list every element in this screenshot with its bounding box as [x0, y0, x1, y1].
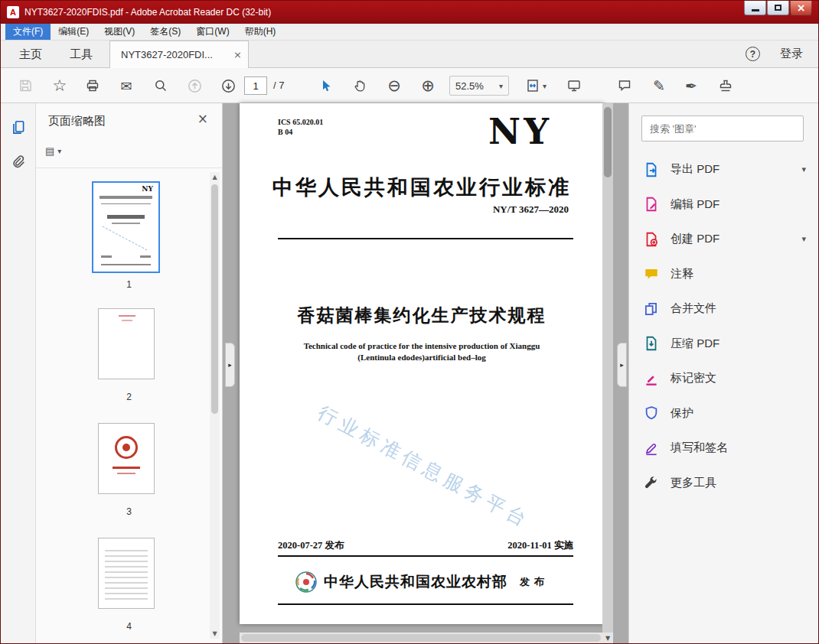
- tools-search-box: [641, 115, 804, 141]
- previous-page-button[interactable]: [181, 72, 207, 99]
- page-number-input[interactable]: [244, 76, 267, 95]
- thumbnails-panel: 页面缩略图 × ▤ ▾ NY 1 2: [36, 103, 223, 643]
- menu-view[interactable]: 视图(V): [96, 24, 142, 40]
- ics-code: ICS 65.020.01 B 04: [278, 117, 323, 137]
- hand-tool-button[interactable]: [347, 72, 373, 99]
- select-tool-button[interactable]: [313, 72, 339, 99]
- collapse-icon: ▸: [620, 361, 624, 369]
- document-canvas: ICS 65.020.01 B 04 NY 中华人民共和国农业行业标准 NY/T…: [223, 103, 628, 643]
- scrollbar-thumb[interactable]: [241, 634, 601, 642]
- tool-label: 合并文件: [671, 301, 716, 316]
- collapse-icon: ▸: [228, 361, 232, 369]
- collapse-left-panel-handle[interactable]: ▸: [225, 343, 235, 387]
- menu-window[interactable]: 窗口(W): [188, 24, 237, 40]
- thumbnail-page-2[interactable]: [98, 308, 155, 379]
- presentation-mode-button[interactable]: [561, 72, 587, 99]
- menu-file[interactable]: 文件(F): [5, 24, 51, 40]
- tab-close-icon[interactable]: ×: [233, 49, 242, 60]
- divider: [278, 603, 573, 605]
- panel-close-icon[interactable]: ×: [197, 111, 208, 126]
- print-button[interactable]: [80, 72, 106, 99]
- tool-export-pdf[interactable]: 导出 PDF ▾: [629, 152, 818, 187]
- menu-help[interactable]: 帮助(H): [237, 24, 284, 40]
- tool-label: 编辑 PDF: [671, 197, 719, 212]
- watermark-text: 行业标准信息服务平台: [314, 400, 535, 534]
- thumbnail-page-1[interactable]: NY: [92, 181, 160, 273]
- zoom-level-dropdown[interactable]: 52.5% ▾: [449, 76, 509, 96]
- tool-comment[interactable]: 注释: [629, 257, 818, 292]
- chevron-down-icon: ▾: [499, 82, 503, 90]
- tool-redact[interactable]: 标记密文: [629, 361, 818, 396]
- zoom-level-value: 52.5%: [455, 80, 484, 92]
- scrollbar-thumb[interactable]: [211, 184, 218, 414]
- highlight-tool-button[interactable]: ✎: [646, 72, 672, 99]
- star-button[interactable]: ☆: [47, 72, 73, 99]
- thumbnails-options-button[interactable]: ▤ ▾: [45, 141, 76, 160]
- page-thumbnails-rail-button[interactable]: [6, 115, 31, 140]
- page-up-icon: [187, 78, 203, 94]
- sign-in-button[interactable]: 登录: [780, 47, 803, 61]
- stamp-tool-button[interactable]: [713, 72, 739, 99]
- issuer-row: 中华人民共和国农业农村部 发布: [240, 568, 604, 596]
- tool-label: 更多工具: [671, 476, 716, 490]
- pages-icon: [10, 119, 27, 136]
- protect-shield-icon: [643, 405, 660, 421]
- maximize-icon: [775, 5, 781, 11]
- redact-icon: [643, 370, 660, 387]
- tool-fill-sign[interactable]: 填写和签名: [629, 431, 818, 466]
- thumbnails-scrollbar[interactable]: ▲ ▼: [210, 172, 220, 639]
- thumbnail-page-3[interactable]: [98, 423, 155, 494]
- find-button[interactable]: [148, 72, 174, 99]
- pen-nib-icon: ✒: [685, 77, 697, 94]
- document-horizontal-scrollbar[interactable]: [240, 633, 602, 643]
- zoom-out-button[interactable]: ⊖: [381, 72, 407, 99]
- close-button[interactable]: ×: [790, 1, 812, 15]
- issuer-suffix: 发布: [520, 575, 549, 589]
- chevron-down-icon[interactable]: ▾: [801, 164, 806, 174]
- zoom-in-button[interactable]: ⊕: [415, 72, 441, 99]
- fit-width-dropdown[interactable]: ▾: [518, 72, 553, 99]
- tab-document[interactable]: NYT3627-2020FDI... ×: [109, 41, 249, 68]
- compress-pdf-icon: [643, 335, 660, 352]
- tab-tools[interactable]: 工具: [59, 41, 103, 68]
- scroll-down-button[interactable]: ▼: [602, 633, 613, 643]
- tool-create-pdf[interactable]: 创建 PDF ▾: [629, 222, 818, 257]
- tools-search-input[interactable]: [642, 116, 803, 141]
- scroll-up-icon[interactable]: ▲: [210, 174, 220, 181]
- paperclip-icon: [10, 153, 27, 170]
- minimize-button[interactable]: [744, 1, 766, 15]
- comment-tool-button[interactable]: [612, 72, 638, 99]
- thumbnail-page-4[interactable]: [98, 538, 155, 609]
- next-page-button[interactable]: [215, 72, 241, 99]
- menu-sign[interactable]: 签名(S): [142, 24, 188, 40]
- tool-edit-pdf[interactable]: 编辑 PDF: [629, 187, 818, 223]
- thumbnails-panel-title: 页面缩略图: [36, 111, 222, 131]
- menu-edit[interactable]: 编辑(E): [51, 24, 96, 40]
- zoom-out-icon: ⊖: [387, 76, 401, 95]
- zoom-in-icon: ⊕: [421, 76, 435, 95]
- page-total-label: / 7: [273, 80, 284, 91]
- collapse-right-panel-handle[interactable]: ▸: [617, 343, 627, 387]
- scroll-down-icon[interactable]: ▼: [210, 630, 220, 637]
- tools-panel: 导出 PDF ▾ 编辑 PDF 创建 PDF ▾: [628, 103, 818, 643]
- tool-protect[interactable]: 保护: [629, 396, 818, 431]
- tool-combine-files[interactable]: 合并文件: [629, 291, 818, 327]
- tool-label: 注释: [671, 267, 693, 281]
- document-vertical-scrollbar[interactable]: [602, 103, 613, 633]
- fill-sign-pen-icon: [643, 440, 660, 457]
- page-down-icon: [220, 78, 237, 94]
- email-button[interactable]: ✉: [113, 72, 139, 99]
- scrollbar-thumb[interactable]: [604, 107, 612, 177]
- attachments-rail-button[interactable]: [6, 149, 31, 174]
- tool-compress-pdf[interactable]: 压缩 PDF: [629, 327, 818, 362]
- save-button[interactable]: [12, 72, 38, 99]
- thumbnail-page-number: 1: [36, 279, 222, 290]
- help-icon[interactable]: ?: [746, 47, 760, 61]
- maximize-button[interactable]: [767, 1, 789, 15]
- dates-row: 2020-07-27 发布 2020-11-01 实施: [278, 539, 573, 552]
- divider: [36, 168, 222, 168]
- fill-sign-tool-button[interactable]: ✒: [678, 72, 704, 99]
- tab-home[interactable]: 主页: [8, 41, 53, 68]
- tool-more-tools[interactable]: 更多工具: [629, 466, 818, 501]
- chevron-down-icon[interactable]: ▾: [801, 234, 806, 244]
